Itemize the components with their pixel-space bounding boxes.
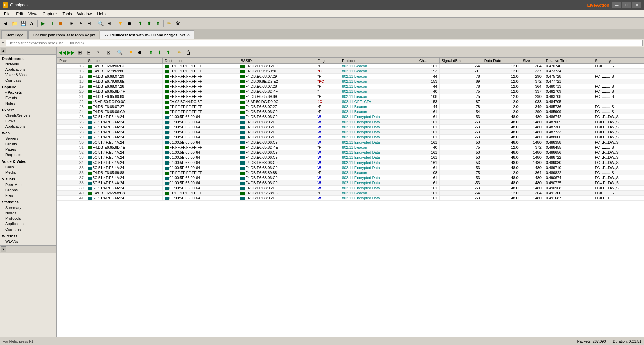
sidebar-item-protocols[interactable]: Protocols <box>0 216 56 221</box>
sidebar-item-graphs[interactable]: Graphs <box>0 187 56 193</box>
pkt-tb-hex[interactable]: 0x <box>93 48 101 57</box>
sidebar-item-clients[interactable]: Clients <box>0 141 56 147</box>
maximize-button[interactable]: □ <box>622 2 631 8</box>
menu-view[interactable]: View <box>26 11 40 17</box>
toolbar-print[interactable]: 🖨 <box>28 19 36 27</box>
table-row[interactable]: 32 5C:51:4F:E6:4A:24 01:00:5E:66:00:64 F… <box>57 150 644 155</box>
sidebar-item-calls[interactable]: Calls <box>0 164 56 170</box>
table-row[interactable]: 28 5C:51:4F:E6:4A:24 01:00:5E:66:00:64 F… <box>57 130 644 135</box>
pkt-tb-back[interactable]: ◀◀ <box>58 48 66 57</box>
col-channel[interactable]: Ch... <box>417 58 439 64</box>
table-row[interactable]: 15 F4:DB:E6:68:06:CC FF:FF:FF:FF:FF:FF F… <box>57 64 644 69</box>
toolbar-clear[interactable]: 🗑 <box>174 19 182 27</box>
tab-capture-2[interactable]: 220 Multicast test with V5000 and badges… <box>100 30 194 39</box>
toolbar-capture1[interactable]: ▶ <box>39 19 47 27</box>
toolbar-grid[interactable]: ⊞ <box>68 19 76 27</box>
col-datarate[interactable]: Data Rate <box>482 58 521 64</box>
toolbar-layout[interactable]: ⊞ <box>105 19 113 27</box>
toolbar-decode[interactable]: ⊟ <box>85 19 93 27</box>
table-row[interactable]: 38 5C:51:4F:E6:4A:24 01:00:5E:66:00:64 F… <box>57 180 644 186</box>
sidebar-scroll-down[interactable]: ▼ <box>1 246 6 252</box>
table-row[interactable]: 35 5C:51:4F:E6:4A:24 01:00:5E:66:00:64 F… <box>57 165 644 170</box>
sidebar-item-summary[interactable]: Summary <box>0 205 56 210</box>
col-protocol[interactable]: Protocol <box>340 58 417 64</box>
pkt-tb-list-view[interactable]: ⊟ <box>85 48 93 57</box>
table-row[interactable]: 20 F4:DB:E6:65:8D:4F FF:FF:FF:FF:FF:FF F… <box>57 89 644 94</box>
col-summary[interactable]: Summary <box>593 58 644 64</box>
tab-capture-1[interactable]: 123 blue path room 33 to room 42.pkt <box>28 30 99 39</box>
pkt-tb-decode[interactable]: ⊠ <box>105 48 113 57</box>
toolbar-send1[interactable]: ⬆ <box>136 19 144 27</box>
table-row[interactable]: 34 5C:51:4F:E6:4A:24 01:00:5E:66:00:64 F… <box>57 160 644 165</box>
table-row[interactable]: 27 5C:51:4F:E6:4A:24 01:00:5E:66:00:64 F… <box>57 125 644 130</box>
sidebar-item-pages[interactable]: Pages <box>0 147 56 152</box>
menu-file[interactable]: File <box>1 11 13 17</box>
table-row[interactable]: 39 5C:51:4F:E6:4A:24 01:00:5E:66:00:64 F… <box>57 186 644 191</box>
toolbar-filter2[interactable]: ⏺ <box>125 19 133 27</box>
toolbar-back[interactable]: ◀ <box>1 19 9 27</box>
table-row[interactable]: 37 5C:51:4F:E6:4A:24 01:00:5E:66:00:64 F… <box>57 175 644 180</box>
toolbar-send2[interactable]: ⬆ <box>145 19 153 27</box>
sidebar-item-events[interactable]: Events <box>0 95 56 101</box>
col-signal[interactable]: Signal dBm <box>439 58 482 64</box>
pkt-tb-clear[interactable]: 🗑 <box>184 48 192 57</box>
pkt-tb-export-down[interactable]: ⬇ <box>156 48 164 57</box>
toolbar-zoom[interactable]: 🔍 <box>96 19 105 27</box>
sidebar-scroll-up[interactable]: ▲ <box>1 48 6 53</box>
pkt-tb-filter2[interactable]: ⏺ <box>136 48 144 57</box>
table-row[interactable]: 29 5C:51:4F:E6:4A:24 01:00:5E:66:00:64 F… <box>57 135 644 140</box>
toolbar-filter[interactable]: ▼ <box>116 19 124 27</box>
toolbar-send3[interactable]: ⬆ <box>154 19 162 27</box>
col-packet[interactable]: Packet <box>57 58 86 64</box>
table-row[interactable]: 16 F4:DB:E6:79:69:8F FF:FF:FF:FF:FF:FF F… <box>57 69 644 74</box>
table-row[interactable]: 25 5C:51:4F:E6:4A:24 01:00:5E:66:00:64 F… <box>57 114 644 120</box>
minimize-button[interactable]: — <box>612 2 621 8</box>
table-row[interactable]: 23 F4:DB:E6:68:07:27 FF:FF:FF:FF:FF:FF F… <box>57 104 644 109</box>
sidebar-item-flows[interactable]: Flows <box>0 118 56 124</box>
menu-capture[interactable]: Capture <box>40 11 60 17</box>
table-row[interactable]: 24 F4:DB:E6:68:06:C9 FF:FF:FF:FF:FF:FF F… <box>57 109 644 114</box>
toolbar-save[interactable]: 💾 <box>19 19 27 27</box>
table-row[interactable]: 17 F4:DB:E6:68:07:29 FF:FF:FF:FF:FF:FF F… <box>57 74 644 79</box>
sidebar-item-applications-expert[interactable]: Applications <box>0 124 56 129</box>
toolbar-capture3[interactable]: ⏹ <box>56 19 65 27</box>
table-row[interactable]: 22 45:AF:50:DC:D0:0C FA:02:B7:44:DC:5E 4… <box>57 99 644 104</box>
packet-table-container[interactable]: Packet Source Destination BSSID Flags Pr… <box>57 58 644 337</box>
toolbar-hex[interactable]: 0x <box>76 19 85 27</box>
tab-start-page[interactable]: Start Page <box>1 30 28 39</box>
tab-close-button[interactable]: ✕ <box>187 33 190 37</box>
sidebar-item-applications-stats[interactable]: Applications <box>0 221 56 227</box>
filter-arrow-icon[interactable]: ▼ <box>1 41 5 45</box>
sidebar-item-network[interactable]: Network <box>0 61 56 67</box>
sidebar-item-voice-video-dash[interactable]: Voice & Video <box>0 72 56 78</box>
pkt-tb-forward[interactable]: ▶▶ <box>67 48 75 57</box>
col-time[interactable]: Relative Time <box>544 58 593 64</box>
sidebar-item-notes[interactable]: Notes <box>0 101 56 106</box>
sidebar-item-files[interactable]: Files <box>0 193 56 198</box>
toolbar-open[interactable]: 📁 <box>10 19 18 27</box>
col-destination[interactable]: Destination <box>163 58 238 64</box>
menu-tools[interactable]: Tools <box>60 11 75 17</box>
pkt-tb-export-up[interactable]: ⬆ <box>147 48 155 57</box>
pkt-tb-export-net[interactable]: ⬆ <box>164 48 172 57</box>
toolbar-highlight[interactable]: ✏ <box>165 19 173 27</box>
col-bssid[interactable]: BSSID <box>238 58 315 64</box>
close-button[interactable]: ✕ <box>632 2 641 8</box>
pkt-tb-highlight[interactable]: ✏ <box>176 48 184 57</box>
pkt-tb-zoom-in[interactable]: 🔍 <box>116 48 124 57</box>
table-row[interactable]: 30 5C:51:4F:E6:4A:24 01:00:5E:66:00:64 F… <box>57 140 644 145</box>
table-row[interactable]: 33 5C:51:4F:E6:4A:24 01:00:5E:66:00:64 F… <box>57 155 644 160</box>
sidebar-item-peer-map[interactable]: Peer Map <box>0 182 56 187</box>
sidebar-item-servers[interactable]: Servers <box>0 136 56 141</box>
table-row[interactable]: 21 F4:DB:E6:65:89:89 FF:FF:FF:FF:FF:FF F… <box>57 94 644 99</box>
sidebar-item-packets[interactable]: Packets <box>0 90 56 95</box>
sidebar-item-countries[interactable]: Countries <box>0 227 56 232</box>
table-row[interactable]: 36 F4:DB:E6:65:89:88 FF:FF:FF:FF:FF:FF F… <box>57 170 644 175</box>
sidebar-item-wlans[interactable]: WLANs <box>0 239 56 244</box>
sidebar-item-applications-dash[interactable]: Applications <box>0 67 56 72</box>
menu-help[interactable]: Help <box>94 11 108 17</box>
sidebar-item-media[interactable]: Media <box>0 170 56 175</box>
pkt-tb-grid-view[interactable]: ⊞ <box>76 48 84 57</box>
table-row[interactable]: 41 5C:51:4F:E6:4A:24 01:00:5E:66:00:64 F… <box>57 196 644 201</box>
sidebar-item-nodes[interactable]: Nodes <box>0 210 56 216</box>
